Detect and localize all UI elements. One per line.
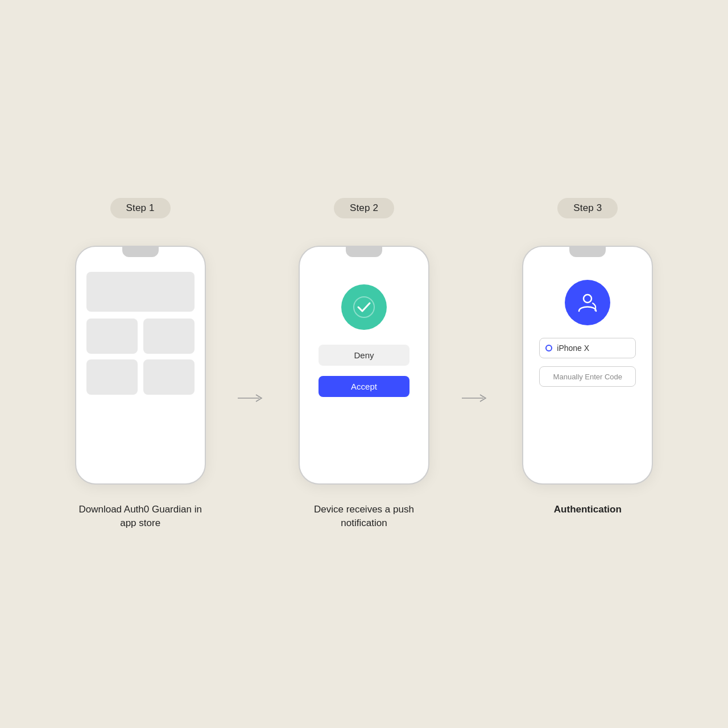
step-2-badge: Step 2 bbox=[334, 198, 394, 218]
phone-2-notch bbox=[346, 247, 382, 257]
step-1-column: Step 1 bbox=[51, 198, 229, 530]
step-1-badge: Step 1 bbox=[110, 198, 171, 218]
deny-button[interactable]: Deny bbox=[318, 345, 410, 366]
step-1-caption: Download Auth0 Guardian in app store bbox=[78, 503, 203, 530]
step-1-app-layout bbox=[86, 267, 195, 395]
step-3-phone: iPhone X Manually Enter Code bbox=[522, 246, 653, 485]
step-2-phone-wrapper: Deny Accept bbox=[299, 246, 429, 485]
step-1-phone bbox=[75, 246, 206, 485]
arrow-1 bbox=[229, 392, 275, 404]
auth-avatar-icon bbox=[565, 280, 610, 325]
device-radio-icon bbox=[545, 345, 552, 351]
steps-row: Step 1 bbox=[51, 198, 677, 530]
step-1-cell-4 bbox=[143, 359, 195, 395]
phone-3-notch bbox=[569, 247, 606, 257]
step-2-caption: Device receives a push notification bbox=[301, 503, 427, 530]
accept-button[interactable]: Accept bbox=[318, 376, 410, 397]
step-1-grid bbox=[86, 318, 195, 395]
main-container: Step 1 bbox=[51, 198, 677, 530]
step-2-phone: Deny Accept bbox=[299, 246, 429, 485]
step-1-cell-2 bbox=[143, 318, 195, 354]
step-1-cell-3 bbox=[86, 359, 138, 395]
check-svg bbox=[353, 296, 375, 318]
arrow-1-icon bbox=[238, 392, 266, 404]
step-3-caption: Authentication bbox=[554, 503, 622, 516]
phone-1-notch bbox=[122, 247, 159, 257]
iphone-device-selector[interactable]: iPhone X bbox=[539, 338, 636, 358]
step-1-cell-1 bbox=[86, 318, 138, 354]
svg-point-3 bbox=[584, 295, 592, 303]
auth-avatar-svg bbox=[574, 289, 601, 316]
step-3-badge: Step 3 bbox=[557, 198, 618, 218]
step-2-phone-content: Deny Accept bbox=[300, 257, 428, 483]
step-3-phone-content: iPhone X Manually Enter Code bbox=[523, 257, 652, 483]
iphone-device-label: iPhone X bbox=[557, 344, 589, 353]
step-2-column: Step 2 Deny Accept bbox=[275, 198, 453, 530]
manually-enter-code-button[interactable]: Manually Enter Code bbox=[539, 366, 636, 387]
step-1-phone-wrapper bbox=[75, 246, 206, 485]
checkmark-icon bbox=[341, 284, 387, 330]
svg-point-1 bbox=[354, 297, 374, 317]
step-3-phone-wrapper: iPhone X Manually Enter Code bbox=[522, 246, 653, 485]
arrow-2 bbox=[453, 392, 499, 404]
step-3-app-layout: iPhone X Manually Enter Code bbox=[533, 267, 642, 387]
step-1-phone-content bbox=[76, 257, 205, 483]
step-3-column: Step 3 bbox=[499, 198, 677, 516]
step-2-app-layout: Deny Accept bbox=[310, 267, 418, 397]
step-1-top-placeholder bbox=[86, 272, 195, 312]
arrow-2-icon bbox=[462, 392, 490, 404]
